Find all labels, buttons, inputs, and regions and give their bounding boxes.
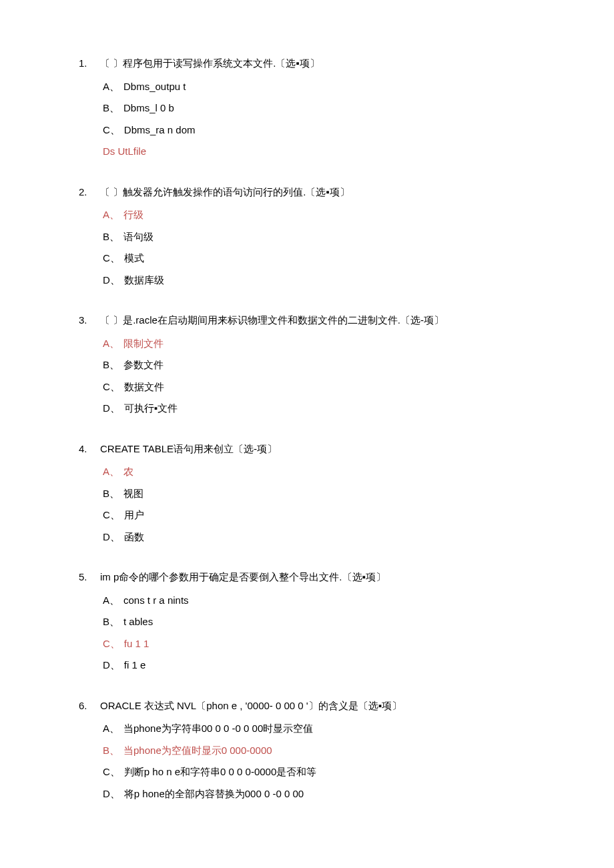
option-text: 可执行▪文件 <box>124 401 535 416</box>
option-text: 参数文件 <box>123 358 535 373</box>
answer-line: Ds UtLfile <box>79 144 535 159</box>
option-label: C、 <box>103 123 120 138</box>
option-text: Dbms_outpu t <box>123 79 535 95</box>
question-stem-row: 4. CREATE TABLE语句用来创立〔选-项〕 <box>79 442 535 457</box>
option-item: C、 用户 <box>103 508 535 523</box>
question-stem: 〔 〕是.racle在启动期间用来标识物理文件和数据文件的二进制文件.〔选-项〕 <box>100 313 535 328</box>
option-item: B、 参数文件 <box>103 358 535 373</box>
option-text: Dbms_ra n dom <box>124 123 535 138</box>
option-item: C、 判断p ho n e和字符串0 0 0 0-0000是否和等 <box>103 765 535 780</box>
option-text: 农 <box>123 464 535 480</box>
question-stem: ORACLE 衣达式 NVL〔phon e , '0000- 0 00 0 '〕… <box>100 699 535 714</box>
option-text: Dbms_l 0 b <box>123 101 535 116</box>
option-text: 视图 <box>123 486 535 502</box>
option-item: B、 Dbms_l 0 b <box>103 101 535 116</box>
option-text: t ables <box>123 614 535 630</box>
question-stem-row: 3. 〔 〕是.racle在启动期间用来标识物理文件和数据文件的二进制文件.〔选… <box>79 313 535 328</box>
option-label: A、 <box>103 464 119 480</box>
option-label: C、 <box>103 765 120 780</box>
option-label: C、 <box>103 508 120 523</box>
option-label: A、 <box>103 721 119 737</box>
option-text: 语句级 <box>123 230 535 245</box>
option-text: 数据文件 <box>124 380 535 395</box>
option-label: C、 <box>103 636 120 652</box>
option-item: D、 将p hone的全部内容替换为000 0 -0 0 00 <box>103 787 535 802</box>
option-list: A、 限制文件 B、 参数文件 C、 数据文件 D、 可执行▪文件 <box>79 336 535 416</box>
option-text: 当phone为字符串00 0 0 -0 0 00时显示空值 <box>123 721 535 737</box>
option-label: A、 <box>103 336 119 352</box>
option-item: D、 可执行▪文件 <box>103 401 535 416</box>
question-number: 4. <box>79 442 100 457</box>
option-list: A、 行级 B、 语句级 C、 模式 D、 数据库级 <box>79 207 535 288</box>
option-text: 函数 <box>124 530 535 545</box>
option-text: 判断p ho n e和字符串0 0 0 0-0000是否和等 <box>124 765 535 780</box>
question-stem-row: 6. ORACLE 衣达式 NVL〔phon e , '0000- 0 00 0… <box>79 699 535 714</box>
option-item: C、 Dbms_ra n dom <box>103 123 535 138</box>
option-item: B、 语句级 <box>103 230 535 245</box>
question-number: 1. <box>79 56 100 71</box>
option-item: A、 行级 <box>103 207 535 223</box>
question-stem-row: 5. im p命令的哪个参数用于确定是否要倒入整个导出文件.〔选▪项〕 <box>79 570 535 585</box>
option-label: D、 <box>103 787 120 802</box>
question-block: 6. ORACLE 衣达式 NVL〔phon e , '0000- 0 00 0… <box>79 699 535 802</box>
question-stem: 〔 〕触发器允许触发操作的语句访问行的列值.〔选▪项〕 <box>100 185 535 200</box>
option-label: D、 <box>103 273 120 288</box>
option-label: B、 <box>103 101 119 116</box>
option-item: C、 模式 <box>103 251 535 266</box>
option-label: A、 <box>103 79 119 95</box>
question-block: 3. 〔 〕是.racle在启动期间用来标识物理文件和数据文件的二进制文件.〔选… <box>79 313 535 416</box>
option-item: D、 fi 1 e <box>103 658 535 673</box>
option-list: A、 农 B、 视图 C、 用户 D、 函数 <box>79 464 535 544</box>
option-label: D、 <box>103 401 120 416</box>
option-list: A、 cons t r a nints B、 t ables C、 fu 1 1… <box>79 593 535 673</box>
option-label: B、 <box>103 358 119 373</box>
question-block: 4. CREATE TABLE语句用来创立〔选-项〕 A、 农 B、 视图 C、… <box>79 442 535 545</box>
question-block: 2. 〔 〕触发器允许触发操作的语句访问行的列值.〔选▪项〕 A、 行级 B、 … <box>79 185 535 288</box>
option-item: B、 当phone为空值时显示0 000-0000 <box>103 743 535 759</box>
option-list: A、 Dbms_outpu t B、 Dbms_l 0 b C、 Dbms_ra… <box>79 79 535 138</box>
option-label: C、 <box>103 380 120 395</box>
option-item: D、 数据库级 <box>103 273 535 288</box>
option-label: D、 <box>103 658 120 673</box>
document-page: 1. 〔 〕程序包用于读写操作系统文本文件.〔选▪项〕 A、 Dbms_outp… <box>0 0 614 868</box>
option-text: 用户 <box>124 508 535 523</box>
question-stem: 〔 〕程序包用于读写操作系统文本文件.〔选▪项〕 <box>100 56 535 71</box>
option-label: A、 <box>103 593 119 608</box>
option-label: B、 <box>103 614 119 630</box>
question-number: 6. <box>79 699 100 714</box>
option-item: A、 当phone为字符串00 0 0 -0 0 00时显示空值 <box>103 721 535 737</box>
option-text: 数据库级 <box>124 273 535 288</box>
option-label: A、 <box>103 207 119 223</box>
question-stem-row: 2. 〔 〕触发器允许触发操作的语句访问行的列值.〔选▪项〕 <box>79 185 535 200</box>
question-block: 5. im p命令的哪个参数用于确定是否要倒入整个导出文件.〔选▪项〕 A、 c… <box>79 570 535 673</box>
option-text: 限制文件 <box>123 336 535 352</box>
option-text: 模式 <box>124 251 535 266</box>
question-stem: CREATE TABLE语句用来创立〔选-项〕 <box>100 442 535 457</box>
question-number: 5. <box>79 570 100 585</box>
option-item: C、 数据文件 <box>103 380 535 395</box>
option-label: C、 <box>103 251 120 266</box>
question-stem-row: 1. 〔 〕程序包用于读写操作系统文本文件.〔选▪项〕 <box>79 56 535 71</box>
question-block: 1. 〔 〕程序包用于读写操作系统文本文件.〔选▪项〕 A、 Dbms_outp… <box>79 56 535 159</box>
option-text: fi 1 e <box>124 658 535 673</box>
option-text: 行级 <box>123 207 535 223</box>
option-label: B、 <box>103 230 119 245</box>
option-item: A、 限制文件 <box>103 336 535 352</box>
option-label: D、 <box>103 530 120 545</box>
question-number: 3. <box>79 313 100 328</box>
question-stem: im p命令的哪个参数用于确定是否要倒入整个导出文件.〔选▪项〕 <box>100 570 535 585</box>
option-list: A、 当phone为字符串00 0 0 -0 0 00时显示空值 B、 当pho… <box>79 721 535 801</box>
option-item: A、 Dbms_outpu t <box>103 79 535 95</box>
option-text: fu 1 1 <box>124 636 535 652</box>
option-text: 当phone为空值时显示0 000-0000 <box>123 743 535 759</box>
option-text: 将p hone的全部内容替换为000 0 -0 0 00 <box>124 787 535 802</box>
option-item: B、 t ables <box>103 614 535 630</box>
question-number: 2. <box>79 185 100 200</box>
option-item: B、 视图 <box>103 486 535 502</box>
option-item: A、 农 <box>103 464 535 480</box>
option-text: cons t r a nints <box>123 593 535 608</box>
option-label: B、 <box>103 486 119 502</box>
option-item: C、 fu 1 1 <box>103 636 535 652</box>
option-item: A、 cons t r a nints <box>103 593 535 608</box>
option-item: D、 函数 <box>103 530 535 545</box>
